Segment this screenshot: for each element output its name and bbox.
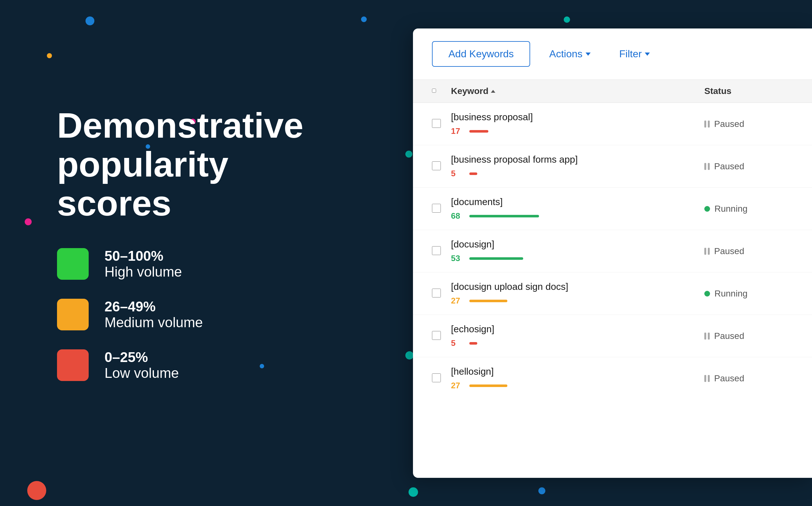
right-panel: Add Keywords Actions Filter Keyword Stat… xyxy=(413,28,812,478)
legend-item-medium: 26–49% Medium volume xyxy=(57,299,412,330)
row-status-col: Paused xyxy=(704,246,793,256)
row-checkbox-col xyxy=(432,373,451,384)
row-status-col: Running xyxy=(704,288,793,299)
pause-icon xyxy=(704,333,710,340)
row-checkbox[interactable] xyxy=(432,119,441,128)
status-column-label: Status xyxy=(704,86,793,96)
legend-range-low: 0–25% xyxy=(104,349,179,365)
keyword-name: [echosign] xyxy=(451,324,704,334)
status-text: Running xyxy=(715,204,747,214)
chevron-down-icon xyxy=(645,53,650,56)
row-status-col: Paused xyxy=(704,373,793,384)
row-keyword-col: [hellosign] 27 xyxy=(451,366,704,391)
toolbar: Add Keywords Actions Filter xyxy=(413,28,812,80)
keyword-score: 17 xyxy=(451,126,704,136)
pause-icon xyxy=(704,120,710,128)
row-checkbox[interactable] xyxy=(432,288,441,298)
row-checkbox[interactable] xyxy=(432,331,441,340)
score-number: 68 xyxy=(451,211,464,221)
table-row: [business proposal forms app] 5 Paused xyxy=(413,145,812,188)
left-panel: Demonstrative popularity scores 50–100% … xyxy=(0,0,412,506)
score-number: 5 xyxy=(451,338,464,348)
filter-label: Filter xyxy=(619,48,642,60)
keyword-column-label: Keyword xyxy=(451,86,488,96)
pause-icon xyxy=(704,163,710,170)
row-checkbox[interactable] xyxy=(432,204,441,213)
row-checkbox-col xyxy=(432,246,451,256)
add-keywords-button[interactable]: Add Keywords xyxy=(432,41,530,67)
header-checkbox-col xyxy=(432,88,451,94)
status-text: Paused xyxy=(714,119,744,129)
running-icon xyxy=(704,206,710,212)
select-all-checkbox[interactable] xyxy=(432,89,436,93)
score-bar xyxy=(469,342,477,345)
legend-range-high: 50–100% xyxy=(104,248,182,264)
row-checkbox-col xyxy=(432,119,451,129)
legend-item-low: 0–25% Low volume xyxy=(57,349,412,381)
row-keyword-col: [business proposal forms app] 5 xyxy=(451,154,704,178)
row-checkbox-col xyxy=(432,288,451,299)
row-checkbox-col xyxy=(432,331,451,341)
legend-label-medium: Medium volume xyxy=(104,315,203,330)
keyword-score: 27 xyxy=(451,381,704,391)
table-row: [business proposal] 17 Paused xyxy=(413,103,812,145)
pause-icon xyxy=(704,375,710,382)
legend-color-high xyxy=(57,248,89,280)
actions-label: Actions xyxy=(549,48,582,60)
row-status-col: Paused xyxy=(704,119,793,129)
keyword-name: [business proposal forms app] xyxy=(451,154,704,165)
keyword-name: [docusign upload sign docs] xyxy=(451,281,704,292)
keyword-score: 53 xyxy=(451,253,704,263)
table-row: [hellosign] 27 Paused xyxy=(413,357,812,399)
score-number: 27 xyxy=(451,296,464,306)
row-keyword-col: [documents] 68 xyxy=(451,196,704,221)
row-checkbox[interactable] xyxy=(432,161,441,170)
legend-range-medium: 26–49% xyxy=(104,299,203,315)
filter-button[interactable]: Filter xyxy=(610,42,659,66)
legend-color-medium xyxy=(57,299,89,330)
row-checkbox[interactable] xyxy=(432,373,441,382)
row-checkbox-col xyxy=(432,204,451,214)
legend-label-low: Low volume xyxy=(104,365,179,381)
status-text: Running xyxy=(715,288,747,299)
row-status-col: Paused xyxy=(704,161,793,172)
status-text: Paused xyxy=(714,373,744,384)
chevron-down-icon xyxy=(586,53,591,56)
legend-item-high: 50–100% High volume xyxy=(57,248,412,280)
status-text: Paused xyxy=(714,331,744,341)
table-row: [echosign] 5 Paused xyxy=(413,315,812,357)
score-number: 27 xyxy=(451,381,464,391)
keyword-name: [hellosign] xyxy=(451,366,704,377)
score-bar xyxy=(469,215,539,218)
decorative-dot xyxy=(564,16,570,23)
sort-arrow-icon[interactable] xyxy=(491,90,495,93)
row-keyword-col: [business proposal] 17 xyxy=(451,112,704,136)
keyword-score: 5 xyxy=(451,169,704,178)
row-status-col: Paused xyxy=(704,331,793,341)
running-icon xyxy=(704,291,710,297)
keyword-name: [documents] xyxy=(451,196,704,207)
status-text: Paused xyxy=(714,246,744,256)
table-header: Keyword Status xyxy=(413,80,812,103)
score-bar xyxy=(469,172,477,175)
row-keyword-col: [docusign] 53 xyxy=(451,239,704,263)
keyword-score: 27 xyxy=(451,296,704,306)
score-number: 5 xyxy=(451,169,464,178)
score-bar xyxy=(469,130,488,133)
score-number: 53 xyxy=(451,253,464,263)
row-checkbox-col xyxy=(432,161,451,172)
row-checkbox[interactable] xyxy=(432,246,441,255)
keyword-name: [docusign] xyxy=(451,239,704,250)
score-bar xyxy=(469,300,507,302)
keyword-name: [business proposal] xyxy=(451,112,704,122)
actions-button[interactable]: Actions xyxy=(540,42,600,66)
row-keyword-col: [docusign upload sign docs] 27 xyxy=(451,281,704,306)
legend-label-high: High volume xyxy=(104,264,182,280)
score-bar xyxy=(469,257,523,260)
header-status-col: Status xyxy=(704,86,793,96)
main-title: Demonstrative popularity scores xyxy=(57,106,342,223)
keyword-score: 5 xyxy=(451,338,704,348)
table-row: [docusign] 53 Paused xyxy=(413,230,812,272)
score-number: 17 xyxy=(451,126,464,136)
score-bar xyxy=(469,385,507,387)
